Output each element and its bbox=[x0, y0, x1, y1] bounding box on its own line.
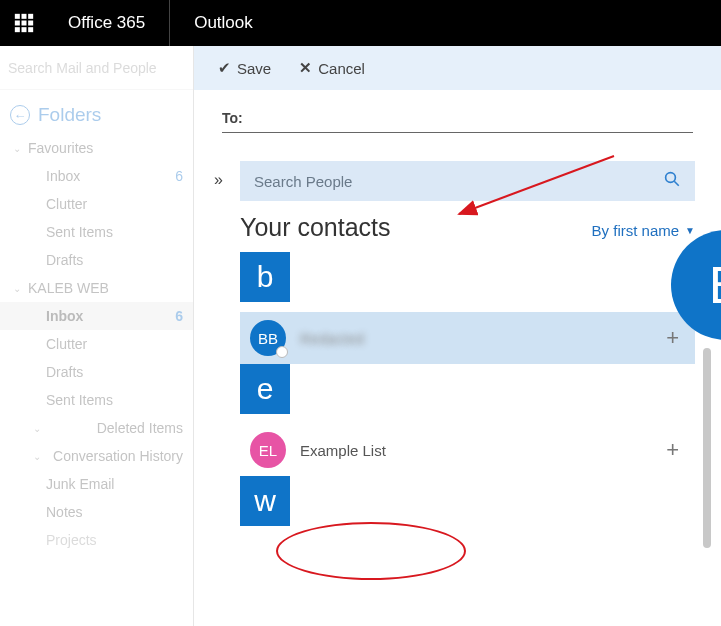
folder-item[interactable]: Clutter bbox=[0, 330, 193, 358]
folder-item[interactable]: Clutter bbox=[0, 190, 193, 218]
avatar: EL bbox=[250, 432, 286, 468]
svg-point-9 bbox=[666, 173, 676, 183]
svg-rect-0 bbox=[15, 14, 20, 19]
folder-item[interactable]: Projects bbox=[0, 526, 193, 554]
avatar: BB bbox=[250, 320, 286, 356]
add-contact-button[interactable]: + bbox=[666, 325, 685, 351]
folder-item[interactable]: Notes bbox=[0, 498, 193, 526]
save-button[interactable]: ✔ Save bbox=[218, 59, 271, 77]
app-launcher-icon[interactable] bbox=[0, 0, 48, 46]
chevron-down-icon: ⌄ bbox=[12, 143, 22, 154]
svg-rect-8 bbox=[28, 27, 33, 32]
top-bar: Office 365 Outlook bbox=[0, 0, 721, 46]
brand-office365[interactable]: Office 365 bbox=[48, 0, 170, 46]
people-picker-panel: Search People Your contacts By first nam… bbox=[240, 143, 721, 536]
folder-item[interactable]: Drafts bbox=[0, 246, 193, 274]
contacts-heading: Your contacts bbox=[240, 213, 391, 242]
contact-name: Example List bbox=[300, 442, 652, 459]
folders-label: Folders bbox=[38, 104, 101, 126]
chevron-down-icon: ⌄ bbox=[12, 283, 22, 294]
search-input[interactable]: Search Mail and People bbox=[0, 46, 193, 90]
to-field[interactable]: To: bbox=[222, 110, 693, 133]
folder-item[interactable]: Inbox6 bbox=[0, 162, 193, 190]
svg-rect-4 bbox=[22, 21, 27, 26]
search-icon bbox=[663, 170, 681, 192]
contact-row[interactable]: BB Redacted + bbox=[240, 312, 695, 364]
brand-outlook[interactable]: Outlook bbox=[170, 0, 273, 46]
folders-header[interactable]: ← Folders bbox=[0, 90, 193, 134]
folder-tree: ⌄Favourites Inbox6 Clutter Sent Items Dr… bbox=[0, 134, 193, 554]
folder-item[interactable]: ⌄Deleted Items bbox=[0, 414, 193, 442]
letter-tile[interactable]: e bbox=[240, 364, 290, 414]
svg-line-10 bbox=[674, 181, 679, 186]
action-bar: ✔ Save ✕ Cancel bbox=[194, 46, 721, 90]
svg-rect-2 bbox=[28, 14, 33, 19]
search-people-input[interactable]: Search People bbox=[240, 161, 695, 201]
folder-item[interactable]: ⌄Conversation History bbox=[0, 442, 193, 470]
main-area: ✔ Save ✕ Cancel To: » Search People bbox=[194, 46, 721, 626]
folder-item[interactable]: Sent Items bbox=[0, 386, 193, 414]
svg-rect-1 bbox=[22, 14, 27, 19]
folder-item[interactable]: Drafts bbox=[0, 358, 193, 386]
presence-icon bbox=[276, 346, 288, 358]
svg-rect-5 bbox=[28, 21, 33, 26]
scrollbar[interactable] bbox=[703, 348, 711, 548]
letter-tile[interactable]: b bbox=[240, 252, 290, 302]
sort-dropdown[interactable]: By first name ▼ bbox=[592, 222, 695, 239]
back-icon: ← bbox=[10, 105, 30, 125]
expand-button[interactable]: » bbox=[194, 143, 240, 189]
contacts-list: b BB Redacted + e EL Exam bbox=[240, 252, 695, 526]
chevron-right-icon: ⌄ bbox=[32, 451, 42, 462]
svg-rect-3 bbox=[15, 21, 20, 26]
to-label: To: bbox=[222, 110, 243, 126]
sidebar: Search Mail and People ← Folders ⌄Favour… bbox=[0, 46, 194, 626]
folder-item[interactable]: Junk Email bbox=[0, 470, 193, 498]
cancel-button[interactable]: ✕ Cancel bbox=[299, 59, 365, 77]
folder-item[interactable]: Sent Items bbox=[0, 218, 193, 246]
letter-tile[interactable]: w bbox=[240, 476, 290, 526]
chevron-right-icon: ⌄ bbox=[32, 423, 42, 434]
contact-row[interactable]: EL Example List + bbox=[240, 424, 695, 476]
close-icon: ✕ bbox=[299, 59, 312, 77]
add-contact-button[interactable]: + bbox=[666, 437, 685, 463]
caret-down-icon: ▼ bbox=[685, 225, 695, 236]
svg-rect-7 bbox=[22, 27, 27, 32]
folder-group[interactable]: ⌄Favourites bbox=[0, 134, 193, 162]
svg-rect-6 bbox=[15, 27, 20, 32]
compose-area: To: bbox=[194, 90, 721, 143]
check-icon: ✔ bbox=[218, 59, 231, 77]
search-people-placeholder: Search People bbox=[254, 173, 663, 190]
folder-group[interactable]: ⌄KALEB WEB bbox=[0, 274, 193, 302]
contact-name: Redacted bbox=[300, 330, 652, 347]
folder-item-inbox-selected[interactable]: Inbox6 bbox=[0, 302, 193, 330]
chevron-double-right-icon: » bbox=[214, 171, 220, 189]
